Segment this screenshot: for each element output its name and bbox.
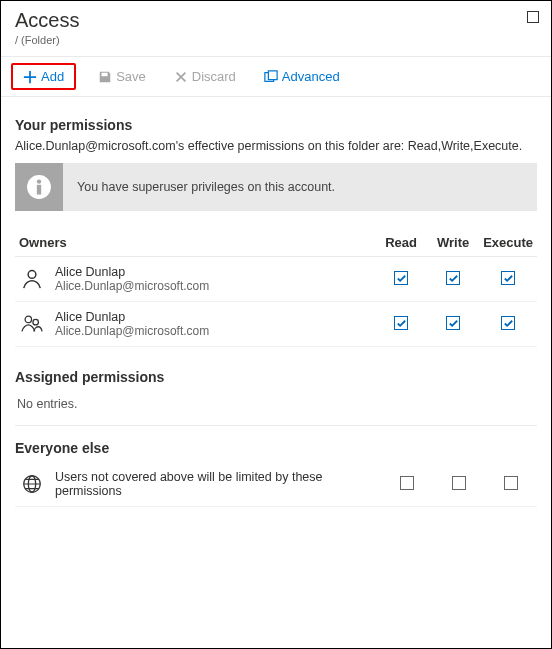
your-permissions-title: Your permissions [15, 117, 537, 133]
owners-table: Owners Read Write Execute Alice Dunlap A… [15, 229, 537, 347]
svg-point-6 [25, 316, 31, 322]
divider [15, 425, 537, 426]
your-permissions-desc: Alice.Dunlap@microsoft.com's effective p… [15, 139, 537, 153]
info-banner: You have superuser privileges on this ac… [15, 163, 537, 211]
svg-rect-1 [268, 70, 277, 79]
close-icon [174, 70, 188, 84]
save-label: Save [116, 69, 146, 84]
breadcrumb: / (Folder) [15, 34, 537, 46]
page-title: Access [15, 9, 537, 32]
owners-title: Owners [15, 229, 375, 257]
svg-point-5 [28, 271, 36, 279]
header: Access / (Folder) [1, 1, 551, 50]
table-row: Alice Dunlap Alice.Dunlap@microsoft.com [15, 257, 537, 302]
add-label: Add [41, 69, 64, 84]
info-banner-text: You have superuser privileges on this ac… [77, 180, 335, 194]
read-checkbox[interactable] [394, 271, 408, 285]
owner-name: Alice Dunlap [55, 265, 209, 279]
table-row: Users not covered above will be limited … [15, 462, 537, 507]
everyone-else-title: Everyone else [15, 440, 537, 456]
svg-point-3 [37, 179, 41, 183]
info-icon [15, 163, 63, 211]
add-button[interactable]: Add [11, 63, 76, 90]
read-checkbox[interactable] [400, 476, 414, 490]
assigned-permissions-empty: No entries. [15, 391, 537, 421]
svg-rect-4 [37, 185, 41, 195]
discard-button: Discard [168, 65, 242, 88]
content: Your permissions Alice.Dunlap@microsoft.… [1, 97, 551, 517]
col-execute: Execute [479, 229, 537, 257]
toolbar: Add Save Discard Advanced [1, 56, 551, 97]
col-read: Read [375, 229, 427, 257]
plus-icon [23, 70, 37, 84]
advanced-icon [264, 70, 278, 84]
write-checkbox[interactable] [446, 316, 460, 330]
advanced-button[interactable]: Advanced [258, 65, 346, 88]
execute-checkbox[interactable] [501, 271, 515, 285]
table-row: Alice Dunlap Alice.Dunlap@microsoft.com [15, 302, 537, 347]
maximize-icon[interactable] [527, 11, 539, 23]
everyone-desc: Users not covered above will be limited … [55, 470, 335, 498]
read-checkbox[interactable] [394, 316, 408, 330]
owner-email: Alice.Dunlap@microsoft.com [55, 324, 209, 338]
assigned-permissions-title: Assigned permissions [15, 369, 537, 385]
people-icon [19, 313, 45, 335]
write-checkbox[interactable] [452, 476, 466, 490]
execute-checkbox[interactable] [501, 316, 515, 330]
globe-icon [19, 473, 45, 495]
owner-name: Alice Dunlap [55, 310, 209, 324]
svg-point-7 [33, 319, 38, 325]
everyone-table: Users not covered above will be limited … [15, 462, 537, 507]
person-icon [19, 268, 45, 290]
advanced-label: Advanced [282, 69, 340, 84]
owner-email: Alice.Dunlap@microsoft.com [55, 279, 209, 293]
save-icon [98, 70, 112, 84]
col-write: Write [427, 229, 479, 257]
save-button: Save [92, 65, 152, 88]
discard-label: Discard [192, 69, 236, 84]
execute-checkbox[interactable] [504, 476, 518, 490]
write-checkbox[interactable] [446, 271, 460, 285]
